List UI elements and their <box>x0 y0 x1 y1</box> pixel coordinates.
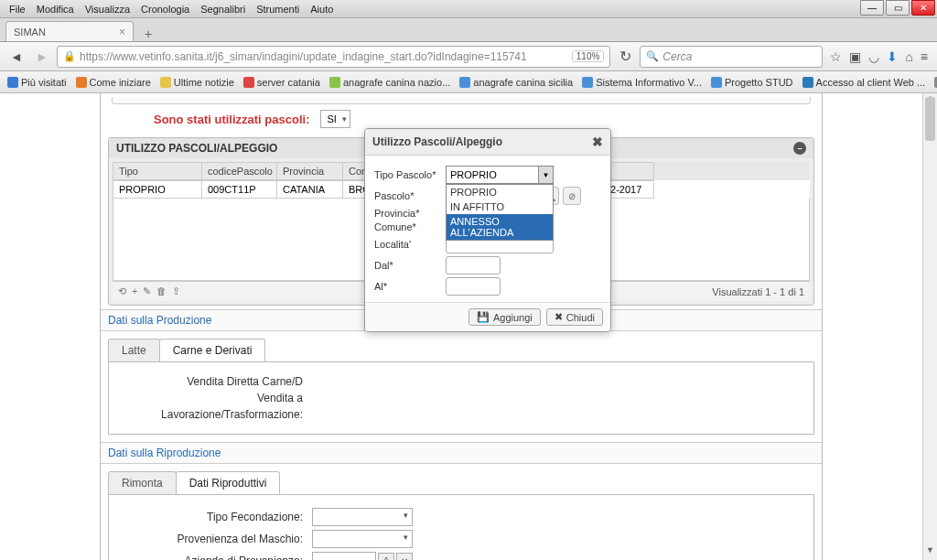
menu-help[interactable]: Aiuto <box>305 4 339 15</box>
os-menubar: File Modifica Visualizza Cronologia Segn… <box>0 0 937 18</box>
bookmark-item[interactable]: Progetto STUD <box>711 77 793 88</box>
modal-utilizzo-pascoli: Utilizzo Pascoli/Alpeggio ✖ Tipo Pascolo… <box>364 128 611 332</box>
bookmark-item[interactable]: Come iniziare <box>76 77 151 88</box>
panel-collapse-icon[interactable]: – <box>793 142 806 155</box>
lookup-button[interactable]: ^ <box>378 553 394 560</box>
section-riproduzione-title: Dati sulla Riproduzione <box>101 442 822 464</box>
grid-refresh-icon[interactable]: ⟲ <box>118 285 126 297</box>
bookmark-item[interactable]: Più visitati <box>7 77 67 88</box>
url-bar[interactable]: 🔒 https://www.vetinfo.sanita.it/j6_siman… <box>57 46 610 68</box>
input-azienda-provenienza[interactable] <box>312 552 376 560</box>
grid-edit-icon[interactable]: ✎ <box>143 285 151 297</box>
bookmark-item[interactable]: anagrafe canina sicilia <box>459 77 573 88</box>
grid-delete-icon[interactable]: 🗑 <box>156 285 167 297</box>
tab-close-icon[interactable]: × <box>112 26 125 38</box>
label-tipo-pascolo: Tipo Pascolo* <box>374 169 446 180</box>
clear-icon[interactable]: ⊘ <box>563 187 581 205</box>
input-al[interactable] <box>446 277 501 296</box>
label-vendita-a: Vendita a <box>120 392 312 404</box>
url-text: https://www.vetinfo.sanita.it/j6_siman/i… <box>80 50 568 63</box>
dropdown-option[interactable]: IN AFFITTO <box>447 199 553 214</box>
menu-history[interactable]: Cronologia <box>135 4 195 15</box>
browser-navbar: ◄ ► 🔒 https://www.vetinfo.sanita.it/j6_s… <box>0 42 937 71</box>
chevron-down-icon: ▼ <box>538 167 553 183</box>
dropdown-option[interactable]: PROPRIO <box>447 185 553 199</box>
label-tipo-fecondazione: Tipo Fecondazione: <box>120 511 312 523</box>
label-vendita-diretta: Vendita Diretta Carne/D <box>120 375 312 388</box>
produzione-tab-content: Vendita Diretta Carne/D Vendita a Lavora… <box>108 361 814 435</box>
bookmark-item[interactable]: Accesso al client Web ... <box>802 77 926 88</box>
zoom-indicator[interactable]: 110% <box>572 50 605 62</box>
label-localita: Localita' <box>374 239 446 250</box>
window-minimize-button[interactable]: — <box>860 0 884 16</box>
tab-title: SIMAN <box>14 27 46 38</box>
lock-icon: 🔒 <box>63 50 76 62</box>
tab-rimonta[interactable]: Rimonta <box>108 471 177 494</box>
reload-button[interactable]: ↻ <box>619 48 631 65</box>
tab-carne[interactable]: Carne e Derivati <box>159 339 266 361</box>
chiudi-button[interactable]: ✖Chiudi <box>546 308 603 326</box>
bookmark-item[interactable]: Ultime notizie <box>160 77 234 88</box>
grid-pager-text: Visualizzati 1 - 1 di 1 <box>712 286 804 297</box>
label-provenienza-maschio: Provenienza del Maschio: <box>120 533 312 545</box>
modal-close-icon[interactable]: ✖ <box>592 135 603 149</box>
label-provincia: Provincia* <box>374 208 446 219</box>
search-placeholder: Cerca <box>662 50 692 63</box>
scroll-thumb[interactable] <box>925 97 935 141</box>
menu-tools[interactable]: Strumenti <box>251 4 305 15</box>
bookmark-item[interactable]: Sistema Informativo V... <box>582 77 702 88</box>
dropdown-option[interactable]: ANNESSO ALL'AZIENDA <box>447 214 553 240</box>
library-icon[interactable]: ▣ <box>849 49 861 64</box>
label-azienda-provenienza: Azienda di Provenienza: <box>120 555 312 560</box>
downloads-icon[interactable]: ⬇ <box>887 49 898 64</box>
vertical-scrollbar[interactable]: ▲ ▼ <box>922 93 937 560</box>
back-button[interactable]: ◄ <box>5 46 27 68</box>
modal-title: Utilizzo Pascoli/Alpeggio <box>372 135 502 148</box>
panel-title: UTILIZZO PASCOLI/ALPEGGIO <box>116 142 277 155</box>
grid-export-icon[interactable]: ⇪ <box>172 285 180 297</box>
browser-tab[interactable]: SIMAN × <box>5 21 134 41</box>
search-icon: 🔍 <box>646 50 659 62</box>
riproduzione-tab-content: Tipo Fecondazione: Provenienza del Masch… <box>108 494 814 560</box>
tab-latte[interactable]: Latte <box>108 339 160 361</box>
menu-edit[interactable]: Modifica <box>31 4 80 15</box>
pascoli-question-label: Sono stati utilizzati pascoli: <box>154 113 309 126</box>
menu-file[interactable]: File <box>4 4 31 15</box>
close-icon: ✖ <box>555 311 563 323</box>
select-provenienza-maschio[interactable] <box>312 530 413 548</box>
label-lavorazione: Lavorazione/Trasformazione: <box>120 408 312 421</box>
bookmark-item[interactable]: server catania <box>243 77 320 88</box>
home-icon[interactable]: ⌂ <box>905 49 912 64</box>
label-pascolo: Pascolo* <box>374 190 446 201</box>
save-icon: 💾 <box>477 311 490 323</box>
menu-view[interactable]: Visualizza <box>80 4 135 15</box>
aggiungi-button[interactable]: 💾Aggiungi <box>468 308 541 326</box>
scroll-down-arrow[interactable]: ▼ <box>923 545 937 560</box>
bookmarks-toolbar: Più visitati Come iniziare Ultime notizi… <box>0 71 937 93</box>
forward-button[interactable]: ► <box>31 46 53 68</box>
select-tipo-pascolo[interactable]: PROPRIO▼ <box>446 166 554 184</box>
produzione-tabs: Latte Carne e Derivati <box>108 339 814 361</box>
pocket-icon[interactable]: ◡ <box>868 49 879 64</box>
window-close-button[interactable]: ✕ <box>911 0 935 16</box>
dropdown-options: PROPRIO IN AFFITTO ANNESSO ALL'AZIENDA <box>446 184 554 241</box>
hamburger-icon[interactable]: ≡ <box>921 49 928 64</box>
window-maximize-button[interactable]: ▭ <box>886 0 910 16</box>
input-dal[interactable] <box>446 256 501 275</box>
menu-bookmarks[interactable]: Segnalibri <box>195 4 251 15</box>
clear-button[interactable]: ✕ <box>396 553 413 560</box>
browser-tab-strip: SIMAN × + <box>0 18 937 42</box>
pascoli-select[interactable]: SI <box>320 110 350 128</box>
new-tab-button[interactable]: + <box>139 27 157 41</box>
select-tipo-fecondazione[interactable] <box>312 508 413 526</box>
tab-dati-riproduttivi[interactable]: Dati Riproduttivi <box>176 471 281 494</box>
label-al: Al* <box>374 281 446 292</box>
bookmark-star-icon[interactable]: ☆ <box>830 49 842 64</box>
bookmark-item[interactable]: anagrafe canina nazio... <box>329 77 450 88</box>
grid-add-icon[interactable]: + <box>132 285 137 297</box>
label-dal: Dal* <box>374 260 446 271</box>
riproduzione-tabs: Rimonta Dati Riproduttivi <box>108 471 814 494</box>
label-comune: Comune* <box>374 221 446 232</box>
search-box[interactable]: 🔍 Cerca <box>640 46 823 68</box>
